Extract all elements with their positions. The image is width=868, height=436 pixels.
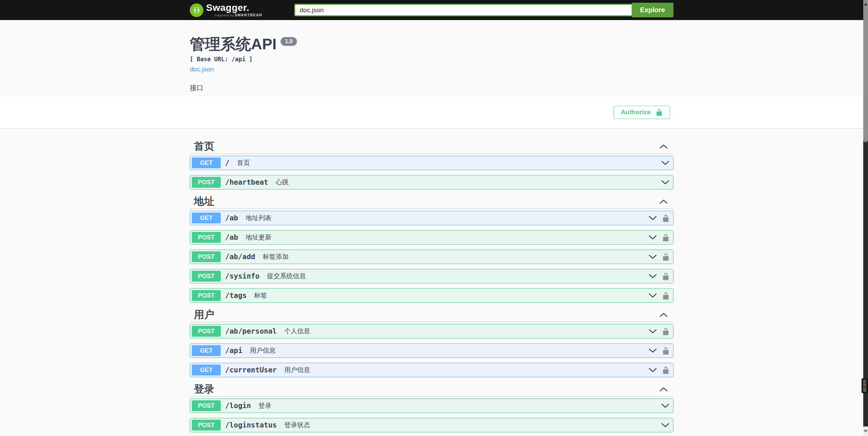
scroll-minimap-marker — [862, 378, 868, 393]
operation-row[interactable]: GET /api 用户信息 — [190, 343, 673, 358]
method-badge: GET — [192, 345, 221, 356]
operation-row[interactable]: POST /ab/add 标签添加 — [190, 250, 673, 264]
operation-description: 标签 — [254, 291, 267, 300]
auth-lock-icon[interactable] — [662, 366, 670, 374]
section-title: 地址 — [194, 195, 214, 208]
method-badge: GET — [192, 157, 221, 168]
chevron-down-icon[interactable] — [648, 348, 657, 353]
chevron-down-icon[interactable] — [661, 403, 670, 408]
operation-path: /ab/personal — [225, 327, 277, 335]
operation-path: /heartbeat — [225, 178, 268, 186]
operation-tag-section: 登录 POST /login 登录 POST /loginstatus 登录状态 — [190, 382, 673, 432]
operation-tag-section: 地址 GET /ab 地址列表 POST — [190, 195, 673, 303]
auth-lock-icon[interactable] — [662, 291, 670, 300]
explore-button[interactable]: Explore — [632, 3, 673, 17]
operation-path: / — [225, 159, 230, 167]
section-header[interactable]: 登录 — [190, 382, 673, 397]
operation-row[interactable]: POST /loginstatus 登录状态 — [190, 418, 673, 432]
chevron-up-icon[interactable] — [659, 144, 668, 149]
scrollbar-track[interactable] — [863, 0, 868, 436]
section-title: 登录 — [194, 382, 214, 396]
chevron-down-icon[interactable] — [661, 422, 670, 428]
chevron-down-icon[interactable] — [661, 160, 670, 166]
auth-lock-icon[interactable] — [662, 272, 670, 281]
brand-tagline: Supported by SMARTBEAR — [206, 13, 262, 17]
operation-path: /ab — [225, 214, 238, 222]
operation-path: /login — [225, 402, 251, 410]
operation-description: 提交系统信息 — [267, 272, 306, 281]
chevron-up-icon[interactable] — [659, 387, 668, 392]
chevron-up-icon[interactable] — [659, 312, 668, 318]
method-badge: POST — [192, 326, 221, 337]
operation-description: 用户信息 — [250, 346, 276, 355]
method-badge: POST — [192, 400, 221, 411]
method-badge: POST — [192, 271, 221, 282]
method-badge: GET — [192, 365, 221, 375]
section-header[interactable]: 首页 — [190, 139, 673, 154]
swagger-brand-link[interactable]: Swagger. Supported by SMARTBEAR — [190, 3, 262, 17]
swagger-logo-icon — [190, 3, 203, 17]
operation-description: 地址列表 — [246, 214, 271, 222]
section-header[interactable]: 用户 — [190, 308, 673, 322]
operation-row[interactable]: GET /currentUser 用户信息 — [190, 363, 673, 377]
method-badge: POST — [192, 420, 221, 431]
operation-row[interactable]: GET /ab 地址列表 — [190, 211, 673, 225]
chevron-down-icon[interactable] — [648, 367, 657, 373]
operation-path: /ab/add — [225, 253, 255, 261]
operation-description: 用户信息 — [284, 366, 310, 374]
authorize-button[interactable]: Authorize — [614, 106, 670, 119]
auth-lock-icon[interactable] — [662, 327, 670, 336]
operations-list: 首页 GET / 首页 POST /heartbeat 心跳 — [190, 128, 673, 432]
chevron-down-icon[interactable] — [648, 235, 657, 240]
operation-path: /tags — [225, 291, 247, 300]
section-header[interactable]: 地址 — [190, 195, 673, 209]
chevron-down-icon[interactable] — [648, 254, 657, 259]
brand-name: Swagger. — [206, 3, 262, 13]
operation-description: 心跳 — [276, 178, 288, 187]
operation-row[interactable]: POST /ab 地址更新 — [190, 230, 673, 245]
operation-row[interactable]: POST /login 登录 — [190, 399, 673, 413]
operation-row[interactable]: POST /heartbeat 心跳 — [190, 175, 673, 189]
operation-tag-section: 首页 GET / 首页 POST /heartbeat 心跳 — [190, 139, 673, 189]
authorize-label: Authorize — [621, 108, 651, 116]
spec-link[interactable]: doc.json — [190, 66, 214, 73]
method-badge: GET — [192, 213, 221, 223]
method-badge: POST — [192, 232, 221, 243]
operation-path: /api — [225, 347, 243, 355]
operation-tag-section: 用户 POST /ab/personal 个人信息 — [190, 308, 673, 377]
api-version-badge: 1.0 — [281, 37, 297, 46]
chevron-down-icon[interactable] — [648, 293, 657, 298]
chevron-up-icon[interactable] — [659, 199, 668, 204]
topbar: Swagger. Supported by SMARTBEAR Explore — [0, 0, 868, 20]
auth-lock-icon[interactable] — [662, 214, 670, 222]
auth-lock-icon[interactable] — [662, 233, 670, 242]
triangle-down-icon — [864, 430, 868, 433]
api-title: 管理系统API — [190, 36, 277, 53]
operation-row[interactable]: GET / 首页 — [190, 156, 673, 170]
base-url: [ Base URL: /api ] — [190, 56, 673, 63]
chevron-down-icon[interactable] — [648, 329, 657, 334]
scrollbar-thumb[interactable] — [863, 8, 868, 142]
operation-path: /currentUser — [225, 366, 277, 374]
chevron-down-icon[interactable] — [661, 180, 670, 185]
operation-row[interactable]: POST /ab/personal 个人信息 — [190, 324, 673, 338]
auth-lock-icon[interactable] — [662, 253, 670, 261]
chevron-down-icon[interactable] — [648, 215, 657, 221]
spec-url-input[interactable] — [294, 4, 632, 16]
auth-lock-icon[interactable] — [662, 347, 670, 355]
operation-path: /sysinfo — [225, 272, 260, 280]
chevron-down-icon[interactable] — [648, 273, 657, 279]
operation-row[interactable]: POST /tags 标签 — [190, 288, 673, 303]
scrollbar-up-button[interactable] — [863, 0, 868, 8]
scrollbar-down-button[interactable] — [863, 426, 868, 436]
section-title: 首页 — [194, 139, 214, 153]
operation-path: /ab — [225, 233, 238, 241]
operation-description: 地址更新 — [246, 233, 271, 242]
triangle-up-icon — [864, 3, 867, 5]
method-badge: POST — [192, 251, 221, 262]
operation-description: 标签添加 — [263, 252, 289, 261]
operation-row[interactable]: POST /sysinfo 提交系统信息 — [190, 269, 673, 283]
api-info-section: 管理系统API 1.0 [ Base URL: /api ] doc.json … — [0, 20, 868, 96]
operation-description: 首页 — [237, 158, 250, 167]
operation-description: 登录 — [258, 401, 271, 410]
